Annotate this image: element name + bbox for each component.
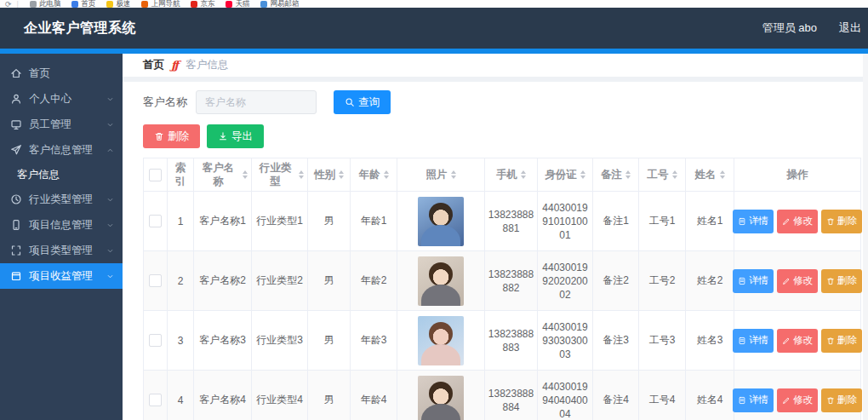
row-detail-button[interactable]: 详情 <box>733 388 774 412</box>
column-header-note[interactable]: 备注 <box>593 158 639 192</box>
breadcrumb-home[interactable]: 首页 <box>143 58 164 72</box>
column-header-work_no[interactable]: 工号 <box>639 158 686 192</box>
row-edit-button[interactable]: 修改 <box>777 388 818 412</box>
bookmark-item[interactable]: 极速 <box>106 0 130 8</box>
search-button[interactable]: 查询 <box>334 90 391 114</box>
doc-icon <box>738 217 746 226</box>
column-header-photo[interactable]: 照片 <box>397 158 485 192</box>
customer-photo[interactable] <box>418 256 464 306</box>
trash-icon <box>826 217 835 226</box>
bookmark-favicon-icon <box>106 1 113 8</box>
sort-icon <box>243 170 248 179</box>
export-button[interactable]: 导出 <box>207 124 264 148</box>
column-header-label: 工号 <box>648 168 669 181</box>
sidebar-item-staff-mgmt[interactable]: 员工管理 <box>0 112 123 137</box>
column-header-label: 身份证 <box>545 168 577 181</box>
chevron-down-icon <box>106 196 114 204</box>
cell-value: 工号2 <box>649 273 676 288</box>
cell-value: 440300199303030003 <box>540 320 590 361</box>
cell-actions: 详情修改删除 <box>734 251 861 311</box>
button-label: 详情 <box>749 334 768 347</box>
chevron-down-icon <box>106 95 114 103</box>
sidebar-item-project-info-mgmt[interactable]: 项目信息管理 <box>0 212 123 238</box>
chevron-down-icon <box>106 273 114 280</box>
sidebar-item-project-type-mgmt[interactable]: 项目类型管理 <box>0 238 123 263</box>
box-icon <box>10 270 22 282</box>
divider: | <box>17 0 19 8</box>
select-all-checkbox[interactable] <box>149 169 162 181</box>
column-header-gender[interactable]: 性别 <box>308 158 351 192</box>
bookmark-item[interactable]: 上网导航 <box>141 0 180 8</box>
bookmark-item[interactable]: 此电脑 <box>30 0 61 8</box>
sidebar-item-industry-type-mgmt[interactable]: 行业类型管理 <box>0 187 123 212</box>
row-detail-button[interactable]: 详情 <box>733 269 774 293</box>
column-header-industry[interactable]: 行业类型 <box>252 158 308 192</box>
search-input[interactable] <box>196 90 317 114</box>
row-delete-button[interactable]: 删除 <box>821 210 862 233</box>
row-edit-button[interactable]: 修改 <box>777 269 818 293</box>
delete-button[interactable]: 删除 <box>143 124 200 148</box>
bookmark-item[interactable]: 天猫 <box>226 0 249 8</box>
trash-icon <box>826 337 835 345</box>
column-header-age[interactable]: 年龄 <box>351 158 397 192</box>
logout-link[interactable]: 退出 <box>839 20 861 36</box>
cell-value: 工号4 <box>649 393 676 407</box>
column-header-index: 索引 <box>168 158 194 192</box>
clock-icon <box>10 193 22 205</box>
row-checkbox[interactable] <box>149 334 162 347</box>
cell-value: 3 <box>178 335 184 347</box>
column-header-label: 照片 <box>426 168 448 181</box>
table-row: 3客户名称3行业类型3男年龄31382388888344030019930303… <box>143 311 861 371</box>
row-delete-button[interactable]: 删除 <box>821 329 862 353</box>
cell-gender: 男 <box>308 251 351 311</box>
row-edit-button[interactable]: 修改 <box>777 329 818 353</box>
column-header-phone[interactable]: 手机 <box>485 158 538 192</box>
cell-person: 姓名1 <box>686 192 734 251</box>
bookmark-favicon-icon <box>260 1 267 8</box>
sidebar-item-home[interactable]: 首页 <box>0 60 123 86</box>
customer-photo[interactable] <box>418 316 464 365</box>
sidebar-subitem-label: 客户信息 <box>17 168 60 182</box>
reload-icon[interactable]: ⟳ <box>5 0 12 8</box>
row-edit-button[interactable]: 修改 <box>777 210 818 233</box>
sidebar-subitem-customer-info[interactable]: 客户信息 <box>0 163 123 187</box>
trash-icon <box>826 396 835 405</box>
row-checkbox[interactable] <box>149 274 162 287</box>
sidebar-item-customer-info-mgmt[interactable]: 客户信息管理 <box>0 137 123 163</box>
trash-icon <box>826 277 835 285</box>
sidebar-item-project-profit-mgmt[interactable]: 项目收益管理 <box>0 263 123 289</box>
cell-photo <box>397 311 485 371</box>
chevron-down-icon <box>106 222 114 229</box>
cell-phone: 13823888883 <box>485 311 538 371</box>
row-checkbox[interactable] <box>149 215 162 227</box>
cell-industry: 行业类型3 <box>252 311 308 371</box>
column-header-label: 姓名 <box>695 168 717 181</box>
sort-icon <box>720 170 725 179</box>
cell-value: 男 <box>324 393 334 407</box>
sort-icon <box>339 170 344 179</box>
column-header-name[interactable]: 客户名称 <box>194 158 252 192</box>
row-delete-button[interactable]: 删除 <box>821 269 862 293</box>
bookmark-item[interactable]: 网易邮箱 <box>260 0 299 8</box>
cell-value: 440300199202020002 <box>540 261 590 302</box>
pencil-icon <box>782 396 791 405</box>
button-label: 详情 <box>749 394 768 406</box>
customer-photo[interactable] <box>418 376 464 420</box>
bookmark-favicon-icon <box>30 1 37 8</box>
bookmark-item[interactable]: 京东 <box>191 0 214 8</box>
sort-icon <box>521 170 526 179</box>
customer-photo[interactable] <box>418 197 464 246</box>
cell-photo <box>397 251 485 311</box>
column-header-id_card[interactable]: 身份证 <box>538 158 593 192</box>
row-detail-button[interactable]: 详情 <box>733 329 774 353</box>
row-detail-button[interactable]: 详情 <box>733 210 774 233</box>
row-delete-button[interactable]: 删除 <box>821 388 862 412</box>
row-checkbox[interactable] <box>149 394 162 406</box>
column-header-person[interactable]: 姓名 <box>686 158 734 192</box>
cell-work_no: 工号2 <box>639 251 686 311</box>
cell-value: 1 <box>178 216 184 227</box>
sidebar-item-profile-center[interactable]: 个人中心 <box>0 86 123 112</box>
cell-value: 年龄4 <box>361 393 387 407</box>
bookmark-item[interactable]: 首页 <box>71 0 95 8</box>
table-header-row: 索引客户名称行业类型性别年龄照片手机身份证备注工号姓名操作 <box>143 158 861 192</box>
